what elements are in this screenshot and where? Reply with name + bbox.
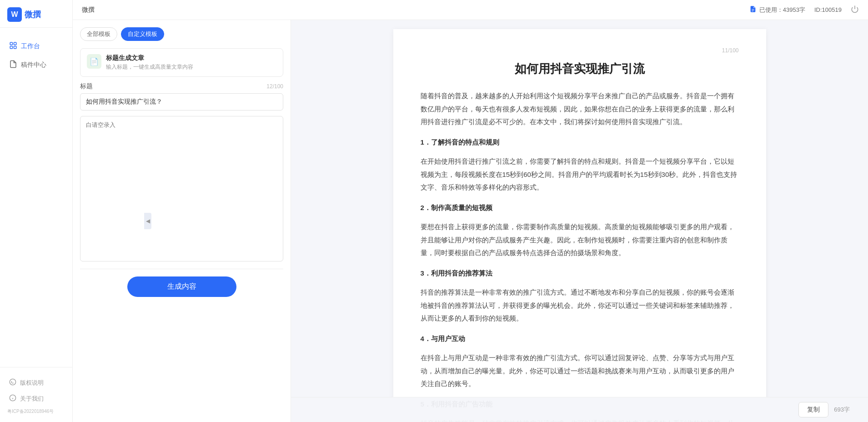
form-separator [80,269,283,269]
topbar-id: ID:100519 [814,6,842,13]
sidebar-nav: 工作台 稿件中心 [0,28,72,367]
article-paragraph-6: 抖音的推荐算法是一种非常有效的推广引流方式。通过不断地发布和分享自己的短视频，你… [421,286,739,325]
power-icon[interactable] [851,5,859,15]
document-icon [749,5,757,14]
article-paragraph-1: 1．了解抖音的特点和规则 [421,136,739,149]
file-icon [9,60,17,70]
logo-icon: W [7,7,22,22]
copyright-icon [9,378,16,387]
copyright-text: 粤ICP备2022018946号 [0,407,72,418]
title-input[interactable] [80,93,283,111]
logo-area: W 微撰 [0,0,72,28]
title-counter: 12/100 [266,83,283,90]
logo-letter: W [11,10,18,19]
svg-rect-2 [10,46,12,49]
sidebar-drafts-label: 稿件中心 [21,61,46,69]
copy-button[interactable]: 复制 [798,402,828,417]
article-title: 如何用抖音实现推广引流 [421,61,739,77]
sidebar-item-copyright[interactable]: 版权说明 [0,375,72,391]
info-icon [9,394,16,403]
title-label-row: 标题 12/100 [80,82,283,90]
tab-all-templates[interactable]: 全部模板 [80,27,117,41]
article-page-number: 11/100 [421,47,739,54]
grid-icon [9,41,17,51]
sidebar-workbench-label: 工作台 [21,42,40,50]
about-label: 关于我们 [20,395,44,403]
copyright-label: 版权说明 [20,379,44,387]
sidebar-item-drafts[interactable]: 稿件中心 [0,55,72,74]
article-paragraph-7: 4．与用户互动 [421,332,739,346]
article-paragraph-8: 在抖音上与用户互动是一种非常有效的推广引流方式。你可以通过回复评论、点赞、分享等… [421,352,739,391]
topbar-right: 已使用：43953字 ID:100519 [749,5,859,15]
logo-text: 微撰 [25,9,41,20]
template-card-icon: 📄 [87,54,101,69]
article-paragraph-2: 在开始使用抖音进行推广引流之前，你需要了解抖音的特点和规则。抖音是一个短视频分享… [421,155,739,194]
content-textarea[interactable] [80,116,283,261]
svg-rect-1 [14,42,16,45]
sidebar-footer: 版权说明 关于我们 粤ICP备2022018946号 [0,367,72,422]
template-card-info: 标题生成文章 输入标题，一键生成高质量文章内容 [106,54,193,71]
word-count: 693字 [834,406,850,414]
svg-point-4 [10,379,15,385]
tab-custom-templates[interactable]: 自定义模板 [121,27,164,41]
svg-rect-0 [10,42,12,45]
usage-display: 已使用：43953字 [749,5,805,14]
collapse-panel-arrow[interactable]: ◀ [144,213,151,229]
right-panel: 11/100 如何用抖音实现推广引流 随着抖音的普及，越来越多的人开始利用这个短… [291,20,868,422]
article-body: 随着抖音的普及，越来越多的人开始利用这个短视频分享平台来推广自己的产品或服务。抖… [421,90,739,422]
sidebar-item-workbench[interactable]: 工作台 [0,37,72,55]
template-card-desc: 输入标题，一键生成高质量文章内容 [106,63,193,71]
article-paragraph-0: 随着抖音的普及，越来越多的人开始利用这个短视频分享平台来推广自己的产品或服务。抖… [421,90,739,129]
topbar: 微撰 已使用：43953字 ID:100519 [73,0,868,20]
topbar-title: 微撰 [82,6,95,14]
title-form-section: 标题 12/100 [80,82,283,111]
generate-button[interactable]: 生成内容 [127,276,236,297]
left-panel: 全部模板 自定义模板 📄 标题生成文章 输入标题，一键生成高质量文章内容 标题 … [73,20,291,422]
article-paragraph-3: 2．制作高质量的短视频 [421,201,739,215]
template-card-title-article[interactable]: 📄 标题生成文章 输入标题，一键生成高质量文章内容 [80,48,283,77]
content-area: 全部模板 自定义模板 📄 标题生成文章 输入标题，一键生成高质量文章内容 标题 … [73,20,868,422]
sidebar: W 微撰 工作台 稿件中心 版权说明 关于我们 [0,0,73,422]
svg-rect-3 [14,46,16,49]
sidebar-item-about[interactable]: 关于我们 [0,391,72,407]
article-paragraph-5: 3．利用抖音的推荐算法 [421,267,739,280]
article-paragraph-4: 要想在抖音上获得更多的流量，你需要制作高质量的短视频。高质量的短视频能够吸引更多… [421,221,739,260]
article-footer: 复制 693字 [291,397,868,422]
template-tabs: 全部模板 自定义模板 [80,27,283,41]
template-card-name: 标题生成文章 [106,54,193,62]
title-label: 标题 [80,82,93,90]
usage-text: 已使用：43953字 [759,6,805,14]
article-container: 11/100 如何用抖音实现推广引流 随着抖音的普及，越来越多的人开始利用这个短… [393,29,766,422]
